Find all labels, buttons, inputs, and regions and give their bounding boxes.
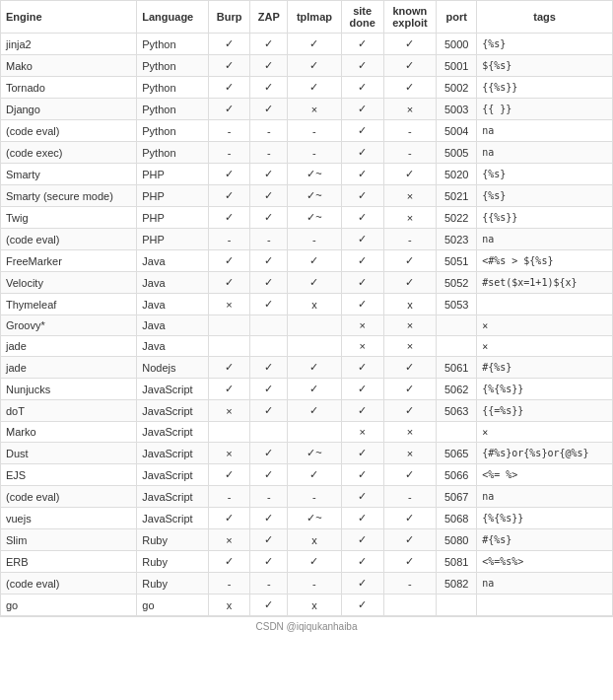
table-cell: Python — [137, 55, 209, 77]
table-cell: ✓ — [250, 529, 288, 551]
table-cell: - — [383, 142, 437, 164]
table-cell: ✓ — [250, 272, 288, 294]
table-cell: ✓~ — [288, 207, 341, 229]
table-cell: - — [288, 120, 341, 142]
table-cell: ✓ — [250, 294, 288, 315]
table-cell: ✓ — [250, 99, 288, 120]
table-cell: × — [208, 443, 249, 464]
table-row: (code eval)Ruby---✓-5082na — [1, 573, 613, 595]
table-cell: × — [477, 422, 613, 443]
table-row: EJSJavaScript✓✓✓✓✓5066<%= %> — [1, 464, 613, 486]
table-cell: ✓ — [208, 379, 249, 400]
table-cell: {{%s}} — [477, 77, 613, 99]
table-cell: ✓ — [250, 77, 288, 99]
table-cell — [208, 315, 249, 336]
table-cell: ✓ — [288, 379, 341, 400]
table-cell: - — [208, 486, 249, 508]
footer-credit: CSDN @iqiqukanhaiba — [0, 616, 613, 636]
col-burp: Burp — [208, 1, 249, 34]
table-cell: ✓ — [208, 508, 249, 529]
table-cell: ✓ — [208, 55, 249, 77]
table-row: MakoPython✓✓✓✓✓5001${%s} — [1, 55, 613, 77]
table-cell: - — [288, 142, 341, 164]
table-cell: × — [383, 185, 437, 207]
table-cell: ✓ — [250, 551, 288, 573]
table-cell: - — [383, 573, 437, 595]
table-row: Smarty (secure mode)PHP✓✓✓~✓×5021{%s} — [1, 185, 613, 207]
table-cell: {#%s}or{%s}or{@%s} — [477, 443, 613, 464]
table-cell: 5081 — [437, 551, 477, 573]
table-cell: <#%s > ${%s} — [477, 250, 613, 272]
table-cell: doT — [1, 400, 137, 422]
table-cell — [250, 315, 288, 336]
table-cell: 5063 — [437, 400, 477, 422]
table-cell: ✓ — [288, 464, 341, 486]
table-cell: Ruby — [137, 529, 209, 551]
table-cell: ✓ — [288, 357, 341, 379]
table-cell: ✓ — [208, 77, 249, 99]
table-cell: ✓ — [208, 357, 249, 379]
table-cell: {%s} — [477, 34, 613, 55]
table-cell: ✓ — [383, 508, 437, 529]
table-cell: - — [250, 573, 288, 595]
table-cell: Tornado — [1, 77, 137, 99]
table-cell: (code exec) — [1, 142, 137, 164]
table-row: Groovy*Java××× — [1, 315, 613, 336]
table-row: (code eval)JavaScript---✓-5067na — [1, 486, 613, 508]
table-row: ThymeleafJava×✓x✓x5053 — [1, 294, 613, 315]
table-cell: {{=%s}} — [477, 400, 613, 422]
table-row: vuejsJavaScript✓✓✓~✓✓5068{%{%s}} — [1, 508, 613, 529]
table-cell: - — [208, 120, 249, 142]
table-cell: ✓~ — [288, 164, 341, 185]
table-cell: ✓ — [208, 551, 249, 573]
table-cell: (code eval) — [1, 573, 137, 595]
table-cell: ✓ — [250, 164, 288, 185]
table-cell: ✓ — [250, 250, 288, 272]
table-cell: Java — [137, 315, 209, 336]
table-cell: {%{%s}} — [477, 508, 613, 529]
table-cell: 5061 — [437, 357, 477, 379]
table-cell: ✓ — [341, 34, 383, 55]
table-row: DustJavaScript×✓✓~✓×5065{#%s}or{%s}or{@%… — [1, 443, 613, 464]
table-cell: × — [341, 315, 383, 336]
table-cell: <%= %> — [477, 464, 613, 486]
table-cell: ✓ — [341, 529, 383, 551]
table-cell — [477, 294, 613, 315]
table-row: ERBRuby✓✓✓✓✓5081<%=%s%> — [1, 551, 613, 573]
table-cell: 5053 — [437, 294, 477, 315]
table-cell: ✓ — [288, 400, 341, 422]
table-cell: ✓ — [383, 400, 437, 422]
table-cell: Mako — [1, 55, 137, 77]
table-row: TornadoPython✓✓✓✓✓5002{{%s}} — [1, 77, 613, 99]
table-cell: Java — [137, 336, 209, 357]
table-cell: Marko — [1, 422, 137, 443]
table-cell: ✓ — [341, 142, 383, 164]
table-cell: × — [341, 336, 383, 357]
table-cell: 5065 — [437, 443, 477, 464]
table-cell: na — [477, 573, 613, 595]
table-row: NunjucksJavaScript✓✓✓✓✓5062{%{%s}} — [1, 379, 613, 400]
table-cell: {{%s}} — [477, 207, 613, 229]
table-cell: {%{%s}} — [477, 379, 613, 400]
table-cell: jade — [1, 357, 137, 379]
table-cell — [250, 422, 288, 443]
table-cell: Smarty — [1, 164, 137, 185]
table-cell: 5000 — [437, 34, 477, 55]
table-cell: ✓ — [341, 573, 383, 595]
table-cell: ✓ — [341, 55, 383, 77]
table-cell: ✓ — [288, 55, 341, 77]
table-cell: × — [208, 400, 249, 422]
table-cell: ✓ — [288, 77, 341, 99]
table-cell: 5067 — [437, 486, 477, 508]
table-cell: ✓ — [288, 551, 341, 573]
table-container: Engine Language Burp ZAP tplmap sitedone… — [0, 0, 613, 636]
table-row: gogox✓x✓ — [1, 595, 613, 616]
table-cell: na — [477, 229, 613, 250]
table-row: SlimRuby×✓x✓✓5080#{%s} — [1, 529, 613, 551]
table-cell: JavaScript — [137, 464, 209, 486]
table-row: SmartyPHP✓✓✓~✓✓5020{%s} — [1, 164, 613, 185]
table-cell: ✓ — [288, 272, 341, 294]
table-cell: {%s} — [477, 185, 613, 207]
table-cell: {{ }} — [477, 99, 613, 120]
table-cell — [437, 336, 477, 357]
